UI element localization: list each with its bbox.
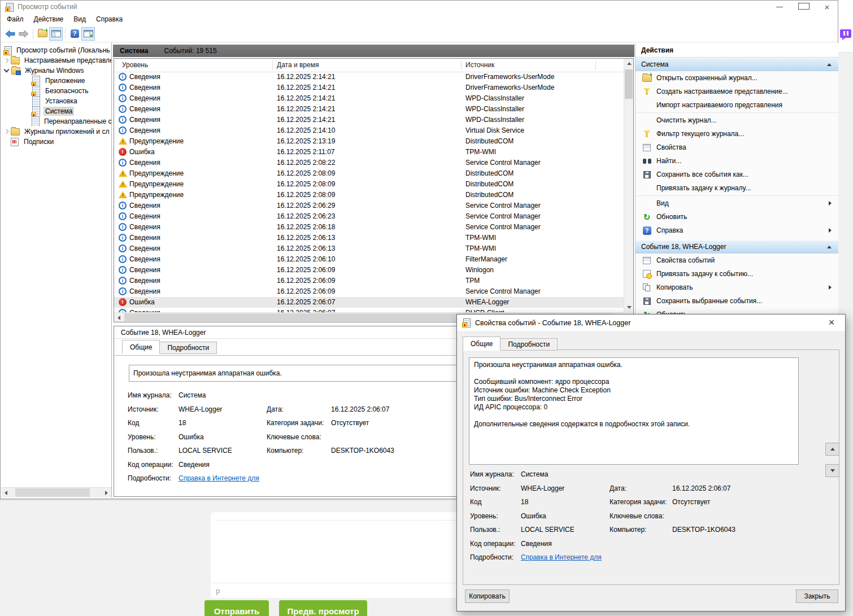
close-button[interactable]: × bbox=[822, 2, 832, 12]
event-row[interactable]: iСведения16.12.2025 2:06:29Service Contr… bbox=[114, 200, 624, 211]
scroll-up-button[interactable] bbox=[624, 59, 634, 68]
event-row[interactable]: iСведения16.12.2025 2:14:10Virtual Disk … bbox=[114, 125, 624, 136]
copy-button[interactable]: Копировать bbox=[465, 589, 510, 603]
toggle-action-pane-button[interactable] bbox=[81, 27, 95, 41]
tree-item-2[interactable]: Журналы Windows bbox=[1, 65, 111, 76]
dialog-close-button[interactable]: × bbox=[820, 314, 843, 331]
forward-button[interactable] bbox=[17, 27, 31, 41]
tree-item-0[interactable]: Просмотр событий (Локальнь bbox=[1, 45, 111, 55]
action-item[interactable]: Открыть сохраненный журнал... bbox=[636, 71, 838, 85]
tree-item-9[interactable]: Подписки bbox=[1, 137, 111, 147]
chevron-right-icon[interactable] bbox=[4, 129, 8, 134]
scrollbar-thumb[interactable] bbox=[15, 488, 90, 497]
menu-item-1[interactable]: Действие bbox=[29, 14, 69, 24]
action-item[interactable]: Импорт настраиваемого представления bbox=[636, 98, 838, 112]
preview-button[interactable]: Предв. просмотр bbox=[279, 600, 367, 616]
action-item[interactable]: Свойства событий bbox=[636, 254, 838, 267]
action-item[interactable]: Копировать bbox=[636, 281, 838, 294]
event-row[interactable]: iСведения16.12.2025 2:06:09Service Contr… bbox=[114, 286, 624, 297]
tree-item-8[interactable]: Журналы приложений и сл bbox=[1, 126, 111, 137]
event-row[interactable]: iСведения16.12.2025 2:06:09Winlogon bbox=[114, 265, 624, 276]
tree-item-4[interactable]: Безопасность bbox=[1, 86, 111, 96]
event-row[interactable]: iСведения16.12.2025 2:14:21WPD-ClassInst… bbox=[114, 104, 624, 115]
action-pane-icon bbox=[84, 30, 93, 37]
dialog-title-bar[interactable]: Свойства событий - Событие 18, WHEA-Logg… bbox=[457, 314, 845, 331]
event-row[interactable]: iСведения16.12.2025 2:14:21WPD-ClassInst… bbox=[114, 93, 624, 104]
action-item[interactable]: Найти... bbox=[636, 154, 838, 168]
toggle-console-tree-button[interactable] bbox=[49, 27, 63, 41]
action-item[interactable]: Вид bbox=[636, 196, 838, 210]
column-level[interactable]: Уровень bbox=[122, 61, 148, 69]
event-row[interactable]: !Предупреждение16.12.2025 2:13:19Distrib… bbox=[114, 136, 624, 147]
tab-details[interactable]: Подробности bbox=[159, 342, 217, 354]
event-level: Сведения bbox=[129, 82, 160, 93]
back-button[interactable] bbox=[3, 27, 17, 41]
tree-item-6[interactable]: Система bbox=[1, 106, 111, 116]
twitch-icon[interactable] bbox=[840, 29, 851, 41]
event-row[interactable]: iСведения16.12.2025 2:08:22Service Contr… bbox=[114, 158, 624, 168]
event-row[interactable]: !Предупреждение16.12.2025 2:08:09Distrib… bbox=[114, 190, 624, 200]
tree-item-5[interactable]: Установка bbox=[1, 96, 111, 106]
tab-general[interactable]: Общие bbox=[122, 340, 160, 354]
event-row[interactable]: iСведения16.12.2025 2:14:21DriverFramewo… bbox=[114, 72, 624, 82]
action-group-header-0[interactable]: Система bbox=[636, 58, 838, 71]
online-help-link[interactable]: Справка в Интернете для bbox=[521, 553, 602, 561]
event-row[interactable]: !Ошибка16.12.2025 2:11:07TPM-WMI bbox=[114, 147, 624, 158]
submit-button[interactable]: Отправить bbox=[204, 600, 269, 616]
event-row[interactable]: iСведения16.12.2025 2:06:13TPM-WMI bbox=[114, 233, 624, 243]
title-bar[interactable]: Просмотр событий — × bbox=[1, 1, 838, 13]
event-row[interactable]: iСведения16.12.2025 2:14:21WPD-ClassInst… bbox=[114, 115, 624, 125]
event-row[interactable]: !Предупреждение16.12.2025 2:08:09Distrib… bbox=[114, 179, 624, 190]
event-log-icon bbox=[32, 86, 41, 96]
event-row[interactable]: !Предупреждение16.12.2025 2:08:09Distrib… bbox=[114, 168, 624, 179]
action-item[interactable]: Привязать задачу к событию... bbox=[636, 267, 838, 281]
scroll-down-button[interactable] bbox=[624, 303, 634, 312]
column-datetime[interactable]: Дата и время bbox=[277, 61, 319, 69]
action-group-header-1[interactable]: Событие 18, WHEA-Logger bbox=[636, 240, 838, 254]
action-item[interactable]: Свойства bbox=[636, 141, 838, 154]
event-row[interactable]: iСведения16.12.2025 2:14:21DriverFramewo… bbox=[114, 82, 624, 93]
maximize-button[interactable] bbox=[798, 3, 808, 11]
tree-item-7[interactable]: Перенаправленные соб bbox=[1, 116, 111, 126]
action-item[interactable]: Фильтр текущего журнала... bbox=[636, 127, 838, 141]
open-saved-log-button[interactable] bbox=[36, 27, 49, 41]
menu-item-0[interactable]: Файл bbox=[2, 14, 29, 24]
action-item[interactable]: Сохранить все события как... bbox=[636, 168, 838, 181]
field-label: Дата: bbox=[610, 484, 626, 492]
chevron-right-icon[interactable] bbox=[4, 58, 8, 63]
scroll-left-button[interactable] bbox=[1, 488, 11, 497]
dialog-tab-details[interactable]: Подробности bbox=[500, 338, 558, 351]
online-help-link[interactable]: Справка в Интернете для bbox=[179, 474, 259, 482]
minimize-button[interactable]: — bbox=[774, 3, 785, 11]
event-row[interactable]: iСведения16.12.2025 2:06:07DHCP-Client bbox=[114, 308, 624, 312]
menu-item-3[interactable]: Справка bbox=[91, 14, 128, 24]
action-item[interactable]: ↻Обновить bbox=[636, 210, 838, 224]
event-row[interactable]: iСведения16.12.2025 2:06:10FilterManager bbox=[114, 254, 624, 265]
column-source[interactable]: Источник bbox=[465, 61, 494, 69]
collapse-icon[interactable] bbox=[827, 63, 832, 66]
chevron-down-icon[interactable] bbox=[4, 67, 10, 73]
dialog-tab-general[interactable]: Общие bbox=[463, 337, 501, 351]
event-row[interactable]: iСведения16.12.2025 2:06:23Service Contr… bbox=[114, 211, 624, 222]
tree-horizontal-scrollbar[interactable] bbox=[1, 487, 111, 497]
action-item[interactable]: Создать настраиваемое представление... bbox=[636, 85, 838, 98]
scrollbar-thumb[interactable] bbox=[625, 69, 633, 99]
event-row[interactable]: iСведения16.12.2025 2:06:13TPM-WMI bbox=[114, 243, 624, 254]
action-item[interactable]: ?Справка bbox=[636, 224, 838, 237]
menu-item-2[interactable]: Вид bbox=[68, 14, 91, 24]
action-item[interactable]: Привязать задачу к журналу... bbox=[636, 181, 838, 195]
tree-item-3[interactable]: Приложение bbox=[1, 76, 111, 86]
scroll-left-button[interactable] bbox=[114, 313, 124, 322]
action-item[interactable]: Очистить журнал... bbox=[636, 113, 838, 127]
tree-item-1[interactable]: Настраиваемые представле bbox=[1, 55, 111, 65]
action-item[interactable]: Сохранить выбранные события... bbox=[636, 294, 838, 308]
help-button[interactable]: ? bbox=[68, 27, 81, 41]
collapse-icon[interactable] bbox=[827, 246, 832, 248]
event-row[interactable]: iСведения16.12.2025 2:06:18Service Contr… bbox=[114, 222, 624, 233]
close-dialog-button[interactable]: Закрыть bbox=[796, 589, 838, 603]
previous-event-button[interactable] bbox=[825, 443, 839, 456]
scroll-right-button[interactable] bbox=[102, 488, 111, 497]
vertical-scrollbar[interactable] bbox=[624, 59, 633, 312]
event-row[interactable]: iСведения16.12.2025 2:06:09TPM bbox=[114, 276, 624, 286]
event-row[interactable]: !Ошибка16.12.2025 2:06:07WHEA-Logger bbox=[114, 297, 624, 308]
